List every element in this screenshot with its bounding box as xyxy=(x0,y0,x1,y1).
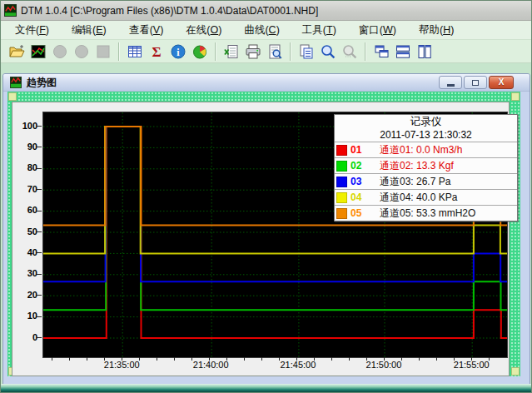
frame-corner-top-right xyxy=(511,92,520,101)
y-axis-tick xyxy=(37,189,42,190)
x-axis-minor-tick xyxy=(174,357,175,361)
tile-horizontal-button[interactable] xyxy=(392,42,413,62)
menu-item-f[interactable]: 文件(F) xyxy=(9,22,55,39)
trend-window-titlebar[interactable]: 趋势图 X xyxy=(3,74,530,92)
tile-horizontal-icon xyxy=(395,43,411,60)
restore-icon xyxy=(472,80,479,86)
x-axis-minor-tick xyxy=(261,357,262,361)
y-axis-tick xyxy=(37,274,42,275)
x-axis-minor-tick xyxy=(139,357,140,361)
legend-title: 记录仪 xyxy=(335,115,517,128)
print-preview-button[interactable] xyxy=(264,42,285,62)
x-axis-minor-tick xyxy=(314,357,315,361)
legend-row-04: 04通道04: 40.0 KPa xyxy=(335,189,517,205)
menu-item-v[interactable]: 查看(V) xyxy=(123,22,170,39)
y-axis-label-90: 90 xyxy=(12,142,37,152)
window-controls: X xyxy=(437,76,514,89)
export-excel-button[interactable] xyxy=(221,42,241,62)
toolbar-separator xyxy=(215,42,216,61)
tile-vertical-button[interactable] xyxy=(414,42,435,62)
y-axis-label-50: 50 xyxy=(12,226,37,236)
toolbar-separator xyxy=(290,42,291,61)
close-button[interactable]: X xyxy=(489,76,514,89)
trend-window-icon xyxy=(10,77,22,88)
print-button[interactable] xyxy=(242,42,263,62)
chart-panel: 100908070605040302010021:35:0021:40:0021… xyxy=(12,102,510,376)
trend-window-title: 趋势图 xyxy=(27,76,57,90)
export-excel-icon xyxy=(223,43,240,60)
x-axis-label-21:55:00: 21:55:00 xyxy=(445,360,498,370)
x-axis-minor-tick xyxy=(436,357,437,361)
tile-vertical-icon xyxy=(416,43,433,60)
menu-item-t[interactable]: 工具(T) xyxy=(296,22,342,39)
x-axis-minor-tick xyxy=(454,357,455,361)
x-axis-label-21:40:00: 21:40:00 xyxy=(184,360,237,370)
channel-04-value: 通道04: 40.0 KPa xyxy=(380,191,457,205)
disabled-circle-icon xyxy=(73,43,90,60)
print-icon xyxy=(245,43,261,60)
channel-04-swatch xyxy=(336,192,347,203)
sum-sigma-button[interactable]: Σ xyxy=(146,42,167,62)
y-axis-tick xyxy=(37,337,42,338)
channel-02-value: 通道02: 13.3 Kgf xyxy=(380,159,454,173)
chart-client-area: 100908070605040302010021:35:0021:40:0021… xyxy=(7,92,520,376)
info-icon: i xyxy=(170,43,186,60)
y-axis-label-60: 60 xyxy=(12,205,37,215)
y-axis-label-30: 30 xyxy=(12,268,37,278)
sum-sigma-icon: Σ xyxy=(148,43,165,60)
y-axis-tick xyxy=(37,231,42,232)
x-axis-minor-tick xyxy=(349,357,350,361)
y-axis-tick xyxy=(37,295,42,296)
copy-button[interactable] xyxy=(296,42,316,62)
data-table-button[interactable] xyxy=(124,42,145,62)
minimize-button[interactable] xyxy=(439,76,462,89)
menu-item-w[interactable]: 窗口(W) xyxy=(353,22,402,39)
app-window: DTM 1.0.4 [C:\Program Files (x86)\DTM 1.… xyxy=(0,0,532,393)
channel-03-value: 通道03: 26.7 Pa xyxy=(380,175,450,189)
x-axis-label-21:45:00: 21:45:00 xyxy=(271,360,325,370)
zoom-out-icon xyxy=(341,43,358,60)
app-bottom-border xyxy=(1,384,531,392)
y-axis-tick xyxy=(37,211,42,211)
menu-item-h[interactable]: 帮助(H) xyxy=(413,22,460,39)
frame-corner-bottom-right xyxy=(511,367,520,376)
channel-03-number: 03 xyxy=(351,176,368,187)
x-axis-minor-tick xyxy=(279,357,280,361)
x-axis-minor-tick xyxy=(122,357,122,361)
y-axis-label-0: 0 xyxy=(12,332,37,342)
cascade-windows-button[interactable] xyxy=(370,42,391,62)
x-axis-minor-tick xyxy=(226,357,227,361)
print-preview-icon xyxy=(266,43,283,60)
x-axis-minor-tick xyxy=(331,357,332,361)
menu-item-c[interactable]: 曲线(C) xyxy=(238,22,285,39)
open-file-button[interactable] xyxy=(6,42,27,62)
restore-button[interactable] xyxy=(464,76,487,89)
x-axis-minor-tick xyxy=(296,357,297,361)
channel-01-swatch xyxy=(336,145,347,156)
pie-chart-button[interactable] xyxy=(189,42,210,62)
trend-graph-icon xyxy=(30,43,47,60)
zoom-in-button[interactable] xyxy=(317,42,338,62)
legend-row-01: 01通道01: 0.0 Nm3/h xyxy=(335,142,517,157)
channel-05-number: 05 xyxy=(351,207,368,219)
info-button[interactable]: i xyxy=(167,42,188,62)
disabled-3-button xyxy=(92,42,113,62)
menu-item-e[interactable]: 编辑(E) xyxy=(66,22,112,39)
toolbar-separator xyxy=(118,42,120,61)
channel-01-value: 通道01: 0.0 Nm3/h xyxy=(380,143,462,157)
x-axis-minor-tick xyxy=(471,357,472,361)
channel-02-swatch xyxy=(336,161,347,172)
y-axis-label-20: 20 xyxy=(12,290,37,300)
menu-item-o[interactable]: 在线(O) xyxy=(180,22,227,39)
trend-graph-button[interactable] xyxy=(27,42,48,62)
open-file-icon xyxy=(8,43,25,60)
y-axis-tick xyxy=(37,168,42,169)
disabled-square-icon xyxy=(95,43,112,60)
app-titlebar[interactable]: DTM 1.0.4 [C:\Program Files (x86)\DTM 1.… xyxy=(1,1,531,21)
app-title: DTM 1.0.4 [C:\Program Files (x86)\DTM 1.… xyxy=(21,5,318,17)
x-axis-minor-tick xyxy=(191,357,192,361)
legend-box: 记录仪 2011-07-13 21:30:32 01通道01: 0.0 Nm3/… xyxy=(334,114,518,221)
menu-bar: 文件(F)编辑(E)查看(V)在线(O)曲线(C)工具(T)窗口(W)帮助(H) xyxy=(1,21,531,40)
x-axis-minor-tick xyxy=(244,357,245,361)
x-axis-minor-tick xyxy=(104,357,105,361)
